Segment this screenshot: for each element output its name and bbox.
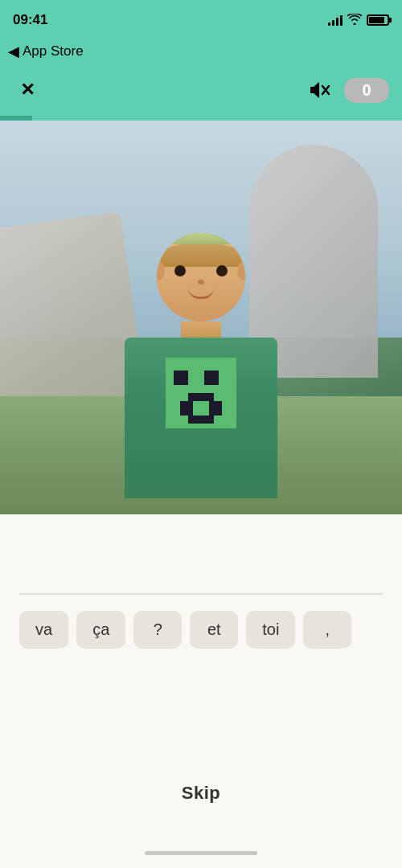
person-head — [157, 233, 245, 321]
eye-left — [174, 265, 186, 276]
nav-bar: ◀ App Store — [0, 35, 402, 71]
answer-area — [19, 547, 383, 595]
word-chip-comma[interactable]: , — [303, 611, 351, 649]
creeper-shirt-design — [166, 358, 236, 428]
header-bar: ✕ 0 — [0, 71, 402, 116]
back-button[interactable]: ◀ App Store — [8, 43, 84, 60]
person-neck — [181, 321, 221, 338]
mute-button[interactable] — [310, 80, 333, 100]
bottom-area: va ça ? et toi , — [0, 514, 402, 868]
person-shirt — [125, 338, 277, 498]
skip-button[interactable]: Skip — [182, 783, 220, 804]
app-store-label: App Store — [23, 43, 84, 59]
score-badge: 0 — [344, 78, 389, 103]
close-button[interactable]: ✕ — [13, 76, 42, 104]
word-chip-et[interactable]: et — [190, 611, 238, 649]
battery-icon — [367, 14, 389, 26]
word-chip-va[interactable]: va — [19, 611, 68, 649]
status-icons — [328, 14, 389, 27]
word-chip-question[interactable]: ? — [133, 611, 182, 649]
word-chips-container: va ça ? et toi , — [13, 611, 389, 649]
close-icon: ✕ — [20, 81, 35, 99]
person-figure — [125, 233, 277, 498]
status-time: 09:41 — [13, 12, 47, 28]
status-bar: 09:41 — [0, 0, 402, 35]
eye-right — [216, 265, 228, 276]
video-area — [0, 121, 402, 514]
back-chevron-icon: ◀ — [8, 43, 19, 60]
right-controls: 0 — [310, 78, 389, 103]
home-indicator — [145, 851, 257, 855]
word-chip-toi[interactable]: toi — [246, 611, 295, 649]
word-chip-ca[interactable]: ça — [76, 611, 125, 649]
main-container: 09:41 ◀ — [0, 0, 402, 868]
signal-bars-icon — [328, 14, 343, 26]
wifi-icon — [347, 14, 362, 27]
mute-icon — [310, 80, 333, 100]
